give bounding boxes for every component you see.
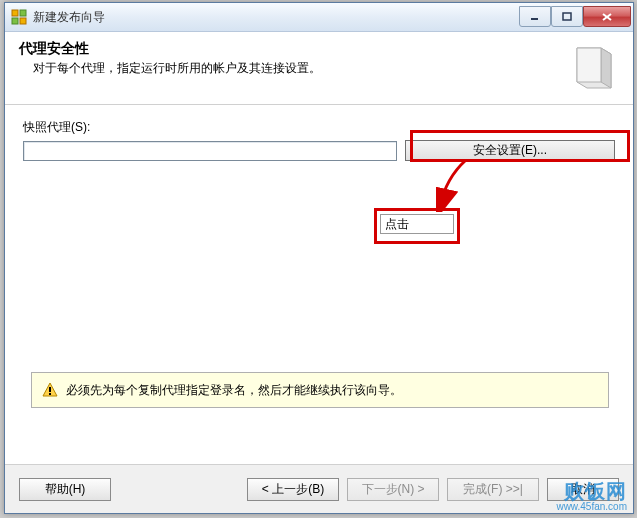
page-title: 代理安全性 [19,40,557,58]
titlebar: 新建发布向导 [5,3,633,32]
snapshot-agent-label: 快照代理(S): [23,119,615,136]
help-button[interactable]: 帮助(H) [19,478,111,501]
svg-marker-10 [577,48,601,82]
svg-rect-0 [12,10,18,16]
window-title: 新建发布向导 [33,9,519,26]
snapshot-agent-input[interactable] [23,141,397,161]
back-button[interactable]: < 上一步(B) [247,478,339,501]
wizard-content: 快照代理(S): 安全设置(E)... 必须先为每个复制代理指定登录名，然后才能… [5,105,633,464]
wizard-header: 代理安全性 对于每个代理，指定运行时所用的帐户及其连接设置。 [5,32,633,105]
finish-button[interactable]: 完成(F) >>| [447,478,539,501]
warning-text: 必须先为每个复制代理指定登录名，然后才能继续执行该向导。 [66,382,402,399]
minimize-button[interactable] [519,6,551,27]
header-graphic-icon [567,40,619,92]
page-description: 对于每个代理，指定运行时所用的帐户及其连接设置。 [33,60,557,77]
cancel-button[interactable]: 取消 [547,478,619,501]
app-icon [11,9,27,25]
wizard-footer: 帮助(H) < 上一步(B) 下一步(N) > 完成(F) >>| 取消 [5,464,633,513]
svg-rect-12 [49,387,51,392]
svg-rect-5 [563,13,571,20]
maximize-button[interactable] [551,6,583,27]
warning-icon [42,382,58,398]
svg-marker-9 [601,48,611,88]
svg-rect-13 [49,393,51,395]
svg-rect-2 [12,18,18,24]
next-button[interactable]: 下一步(N) > [347,478,439,501]
warning-banner: 必须先为每个复制代理指定登录名，然后才能继续执行该向导。 [31,372,609,408]
wizard-window: 新建发布向导 代理安全性 对于每个代理，指定运行时所用的帐户及其连接设置。 [4,2,634,514]
svg-rect-3 [20,18,26,24]
security-settings-button[interactable]: 安全设置(E)... [405,140,615,161]
close-button[interactable] [583,6,631,27]
window-buttons [519,7,631,27]
svg-rect-1 [20,10,26,16]
